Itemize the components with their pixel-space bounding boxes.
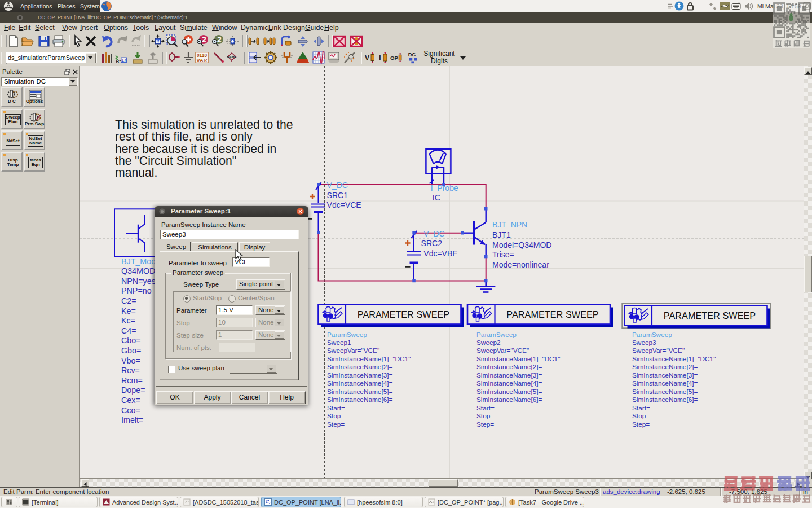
svg-text:PARAMETER SWEEP: PARAMETER SWEEP bbox=[506, 309, 598, 319]
svg-text:the "Circuit Simulation": the "Circuit Simulation" bbox=[115, 154, 236, 167]
svg-text:Trise=: Trise= bbox=[492, 250, 514, 259]
svg-text:SimInstanceName[2]=: SimInstanceName[2]= bbox=[632, 363, 698, 371]
svg-text:SimInstanceName[1]="DC1": SimInstanceName[1]="DC1" bbox=[476, 355, 560, 363]
svg-text:manual.: manual. bbox=[115, 166, 157, 179]
svg-text:Imelt=: Imelt= bbox=[121, 415, 143, 424]
svg-text:SimInstanceName[4]=: SimInstanceName[4]= bbox=[476, 379, 542, 387]
svg-text:Vdc=VBE: Vdc=VBE bbox=[423, 249, 457, 258]
svg-text:Sweep2: Sweep2 bbox=[476, 339, 501, 347]
svg-text:SweepVar="VCE": SweepVar="VCE" bbox=[327, 347, 379, 354]
svg-text:17: 17 bbox=[121, 58, 126, 63]
svg-text:Stop=: Stop= bbox=[327, 412, 345, 420]
svg-text:NAME: NAME bbox=[227, 55, 237, 59]
svg-text:Step=: Step= bbox=[632, 421, 650, 428]
svg-text:SimInstanceName[4]=: SimInstanceName[4]= bbox=[632, 379, 698, 387]
svg-text:Ke=: Ke= bbox=[121, 306, 136, 316]
svg-text:SimInstanceName[3]=: SimInstanceName[3]= bbox=[632, 371, 698, 379]
svg-text:SimInstanceName[3]=: SimInstanceName[3]= bbox=[327, 371, 392, 379]
svg-text:SimInstanceName[4]=: SimInstanceName[4]= bbox=[327, 379, 392, 387]
svg-text:Mode=nonlinear: Mode=nonlinear bbox=[492, 260, 549, 269]
svg-text:Sweep3: Sweep3 bbox=[632, 339, 656, 347]
svg-text:ParamSweep: ParamSweep bbox=[632, 331, 672, 339]
svg-text:PARAMETER SWEEP: PARAMETER SWEEP bbox=[358, 309, 449, 319]
svg-text:Gbo=: Gbo= bbox=[121, 346, 141, 355]
svg-text:Step=: Step= bbox=[327, 421, 345, 428]
svg-text:Vdc=VCE: Vdc=VCE bbox=[327, 200, 361, 209]
svg-text:Step=: Step= bbox=[476, 421, 494, 428]
svg-text:Kc=: Kc= bbox=[121, 316, 135, 325]
svg-text:SimInstanceName[5]=: SimInstanceName[5]= bbox=[476, 388, 542, 396]
svg-text:I: I bbox=[379, 54, 381, 62]
svg-text:2: 2 bbox=[202, 35, 206, 44]
svg-text:SimInstanceName[3]=: SimInstanceName[3]= bbox=[476, 371, 542, 379]
svg-text:V_DC: V_DC bbox=[423, 229, 444, 238]
svg-text:Sweep1: Sweep1 bbox=[327, 339, 351, 347]
svg-text:Cco=: Cco= bbox=[121, 406, 140, 415]
svg-text:BJT1: BJT1 bbox=[492, 230, 511, 239]
svg-text:Cex=: Cex= bbox=[121, 396, 140, 405]
svg-text:BJT_NPN: BJT_NPN bbox=[492, 220, 527, 229]
svg-text:here because it is described i: here because it is described in bbox=[115, 142, 276, 155]
svg-text:Model=Q34MOD: Model=Q34MOD bbox=[492, 240, 551, 249]
svg-text:IC: IC bbox=[433, 193, 440, 202]
svg-text:PNP=no: PNP=no bbox=[121, 286, 152, 295]
svg-text:SimInstanceName[1]="DC1": SimInstanceName[1]="DC1" bbox=[327, 355, 411, 363]
svg-text:SimInstanceName[6]=: SimInstanceName[6]= bbox=[476, 396, 542, 404]
svg-text:SRC1: SRC1 bbox=[327, 191, 348, 200]
svg-text:2: 2 bbox=[217, 35, 222, 44]
svg-text:C2=: C2= bbox=[121, 296, 136, 305]
svg-text:VAR: VAR bbox=[197, 58, 208, 63]
svg-text:SimInstanceName[6]=: SimInstanceName[6]= bbox=[327, 396, 392, 404]
svg-text:SimInstanceName[1]="DC1": SimInstanceName[1]="DC1" bbox=[632, 355, 716, 363]
svg-text:Rcv=: Rcv= bbox=[121, 366, 140, 375]
svg-text:Rcm=: Rcm= bbox=[121, 376, 143, 385]
svg-text:SimInstanceName[2]=: SimInstanceName[2]= bbox=[476, 363, 542, 371]
svg-text:Start=: Start= bbox=[632, 404, 650, 412]
svg-text:SRC2: SRC2 bbox=[421, 239, 443, 248]
svg-text:SimInstanceName[5]=: SimInstanceName[5]= bbox=[632, 388, 698, 396]
svg-text:I_Probe: I_Probe bbox=[431, 183, 458, 192]
svg-text:Vbo=: Vbo= bbox=[121, 356, 140, 365]
svg-text:R=: R= bbox=[116, 59, 122, 64]
svg-text:Dope=: Dope= bbox=[121, 386, 145, 395]
svg-text:OP: OP bbox=[390, 55, 398, 61]
svg-text:This simulation is unrelated t: This simulation is unrelated to the bbox=[115, 118, 293, 131]
svg-text:SweepVar="VCE": SweepVar="VCE" bbox=[476, 347, 529, 354]
svg-text:Start=: Start= bbox=[327, 404, 345, 412]
svg-text:C4=: C4= bbox=[121, 326, 136, 335]
svg-text:PARAMETER SWEEP: PARAMETER SWEEP bbox=[664, 310, 756, 321]
svg-text:Stop=: Stop= bbox=[476, 412, 494, 420]
svg-text:SimInstanceName[5]=: SimInstanceName[5]= bbox=[327, 388, 392, 396]
svg-text:DC: DC bbox=[408, 52, 416, 58]
svg-text:V_DC: V_DC bbox=[327, 181, 348, 190]
svg-text:Stop=: Stop= bbox=[632, 412, 650, 420]
svg-text:NPN=yes: NPN=yes bbox=[121, 277, 156, 286]
svg-text:SimInstanceName[6]=: SimInstanceName[6]= bbox=[632, 396, 698, 404]
svg-text:Start=: Start= bbox=[476, 404, 495, 412]
svg-text:V: V bbox=[365, 54, 369, 62]
svg-text:SweepVar="VCE": SweepVar="VCE" bbox=[632, 347, 685, 354]
svg-text:ParamSweep: ParamSweep bbox=[476, 331, 517, 339]
svg-text:ParamSweep: ParamSweep bbox=[327, 331, 367, 339]
svg-text:Cbo=: Cbo= bbox=[121, 336, 141, 345]
svg-text:SimInstanceName[2]=: SimInstanceName[2]= bbox=[327, 363, 392, 371]
